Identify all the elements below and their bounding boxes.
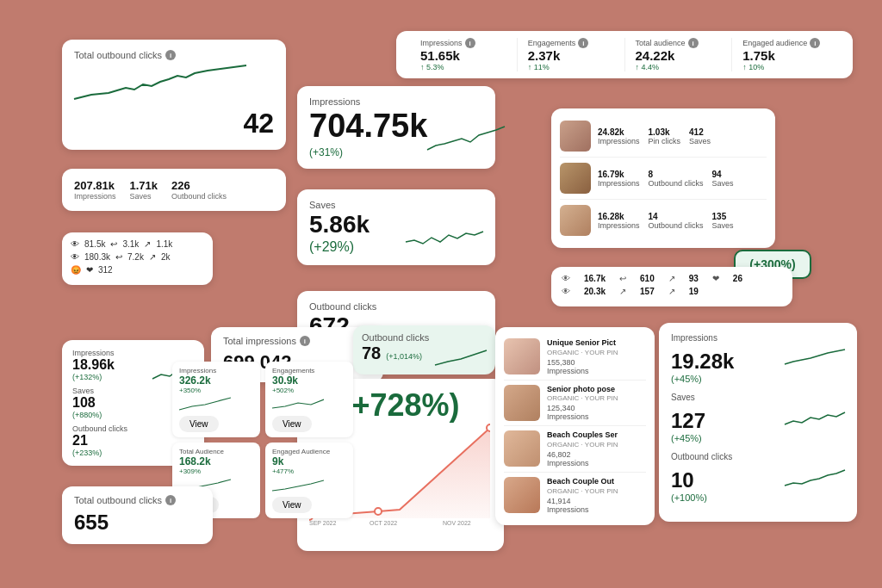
outbound-large-title: Outbound clicks (309, 301, 483, 312)
top-stat-engagements-change: ↑ 11% (528, 63, 614, 71)
sub-card-impressions-label: Impressions (179, 367, 253, 374)
info-icon-outbound-bottom[interactable]: i (165, 495, 176, 505)
sub-card-impressions-value: 326.2k (179, 374, 253, 387)
outbound-small-pct: (+1,014%) (386, 352, 422, 361)
eng-val-1: 81.5k (84, 239, 105, 249)
top-stat-total-audience-value: 24.22k (636, 48, 722, 63)
saves-label: Saves (130, 192, 158, 201)
pin-list-thumb-1 (504, 338, 540, 374)
outbound-small-title: Outbound clicks (362, 332, 487, 343)
eng-row-3: 😡 ❤ 312 (71, 265, 204, 275)
impressions-large-card: Impressions 704.75k (+31%) (297, 86, 495, 169)
top-stat-engagements-label: Engagements i (528, 38, 614, 48)
pin-details-card: 24.82k Impressions 1.03k Pin clicks 412 … (551, 108, 775, 248)
outbound-clicks-value: 42 (74, 107, 274, 139)
pin-list-title-2: Senior photo pose (547, 385, 618, 395)
impressions-large-label: Impressions (309, 96, 360, 107)
sub-card-engagements-view-btn[interactable]: View (272, 416, 312, 432)
info-icon-total-audience[interactable]: i (688, 38, 699, 48)
right-stat-saves-value: 127 (671, 409, 705, 433)
impressions-large-pct: (+31%) (309, 146, 427, 158)
impressions-label: Impressions (74, 192, 116, 201)
sub-card-engagements-pct: +502% (272, 387, 346, 394)
repin-icon-2: ↩ (115, 252, 122, 262)
info-icon-engagements[interactable]: i (578, 38, 588, 48)
eng-val-2: 3.1k (122, 239, 139, 249)
stats-row-card: 207.81k Impressions 1.71k Saves 226 Outb… (62, 169, 286, 211)
sub-card-total-audience-value: 168.2k (179, 455, 253, 467)
sub-card-total-audience-pct: +309% (179, 467, 253, 475)
pin-thumb-2 (560, 163, 591, 194)
outbound-bottom-value: 655 (74, 511, 201, 535)
pin-list-title-1: Unique Senior Pict (547, 338, 618, 349)
top-stat-engaged-audience: Engaged audience i 1.75k ↑ 10% (732, 38, 839, 71)
outbound-label: Outbound clicks (171, 192, 227, 201)
impressions-large-title: Impressions (309, 96, 483, 107)
pin-clicks-1: 1.03k Pin clicks (649, 127, 681, 145)
sub-card-engaged-audience-view-btn[interactable]: View (272, 497, 312, 513)
eng-val-3: 1.1k (156, 239, 172, 249)
eye-icon-m2: 👁 (562, 287, 570, 296)
pin-list-organic-1: ORGANIC · YOUR PIN (547, 349, 618, 356)
engagement-stats-card: 👁 81.5k ↩ 3.1k ↗ 1.1k 👁 180.3k ↩ 7.2k ↗ … (62, 232, 213, 285)
pin-list-title-4: Beach Couple Out (547, 477, 618, 487)
sub-card-impressions-pct: +350% (179, 387, 253, 394)
info-icon-impressions[interactable]: i (465, 38, 475, 48)
info-icon[interactable]: i (165, 50, 176, 60)
top-stat-impressions-change: ↑ 5.3% (420, 63, 506, 71)
eye-icon-m1: 👁 (562, 274, 570, 283)
pin-list-thumb-2 (504, 385, 540, 421)
metrics-row-2: 👁 20.3k ↗ 157 ↗ 19 (562, 287, 782, 296)
saves-sparkline (406, 216, 483, 255)
perf-sub-card-impressions: Impressions 326.2k +350% View (172, 362, 260, 437)
outbound-small-card: Outbound clicks 78 (+1,014%) (353, 325, 495, 374)
card-title: Total outbound clicks i (74, 50, 274, 60)
pin-impressions-1: 24.82k Impressions (598, 127, 640, 145)
right-stat-outbound-value: 10 (671, 468, 694, 492)
sub-card-impressions-view-btn[interactable]: View (179, 416, 219, 432)
outbound-small-value: 78 (362, 343, 381, 363)
pin-impressions-2: 16.79k Impressions (598, 170, 640, 188)
top-stat-total-audience: Total audience i 24.22k ↑ 4.4% (625, 38, 733, 71)
outbound-icon-m2a: ↗ (619, 287, 626, 296)
right-stat-saves-label: Saves (671, 393, 845, 402)
metrics-val-2: 610 (640, 274, 655, 283)
outbound-bottom-label: Total outbound clicks (74, 495, 162, 505)
eng-row-2: 👁 180.3k ↩ 7.2k ↗ 2k (71, 252, 204, 262)
pin-list-info-3: Beach Couples Ser ORGANIC · YOUR PIN 46,… (547, 430, 618, 467)
repin-icon: ↩ (110, 239, 117, 249)
top-stat-engaged-audience-value: 1.75k (742, 48, 829, 63)
pin-outbound-3: 14 Outbound clicks (649, 212, 704, 230)
outbound-bottom-title: Total outbound clicks i (74, 495, 201, 505)
right-stat-impressions-label: Impressions (671, 333, 845, 343)
saves-large-card: Saves 5.86k (+29%) (297, 189, 495, 265)
pin-impressions-3: 16.28k Impressions (598, 212, 640, 230)
impressions-value: 207.81k (74, 179, 116, 192)
outbound-bottom-card: Total outbound clicks i 655 (62, 486, 213, 544)
metrics-row-card: 👁 16.7k ↩ 610 ↗ 93 ❤ 26 👁 20.3k ↗ 157 ↗ … (551, 267, 792, 306)
info-icon-total-impressions[interactable]: i (300, 336, 310, 346)
sub-card-engaged-audience-value: 9k (272, 455, 346, 467)
top-stat-engaged-audience-label: Engaged audience i (742, 38, 829, 48)
metrics-val-7: 19 (689, 287, 699, 296)
sub-card-engagements-value: 30.9k (272, 374, 346, 387)
sparkline-chart (74, 60, 246, 103)
total-impressions-title: Total impressions i (223, 336, 371, 346)
perf-sub-card-engagements: Engagements 30.9k +502% View (265, 362, 353, 437)
eye-icon: 👁 (71, 239, 79, 249)
impressions-large-value: 704.75k (309, 107, 427, 146)
sub-card-engagements-label: Engagements (272, 367, 346, 374)
eng-val-5: 7.2k (127, 252, 144, 262)
info-icon-engaged-audience[interactable]: i (810, 38, 820, 48)
heart-icon: ❤ (86, 265, 93, 275)
pin-list-organic-2: ORGANIC · YOUR PIN (547, 394, 618, 402)
perf-sub-card-engaged-audience: Engaged Audience 9k +477% View (265, 443, 353, 518)
saves-large-pct: (+29%) (309, 239, 370, 255)
pin-stats-1: 24.82k Impressions 1.03k Pin clicks 412 … (598, 127, 711, 145)
metrics-val-3: 93 (689, 274, 699, 283)
pin-list-organic-4: ORGANIC · YOUR PIN (547, 487, 618, 495)
metrics-val-5: 20.3k (584, 287, 606, 296)
sub-card-total-audience-label: Total Audience (179, 448, 253, 455)
impressions-sparkline (427, 120, 505, 158)
sub-card-engaged-audience-pct: +477% (272, 467, 346, 475)
